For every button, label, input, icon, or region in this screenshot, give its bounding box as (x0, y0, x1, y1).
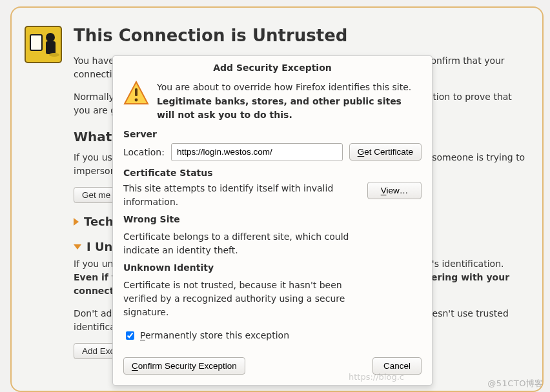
svg-rect-2 (46, 41, 56, 54)
svg-rect-3 (30, 35, 42, 50)
add-security-exception-dialog: Add Security Exception You are about to … (112, 55, 433, 386)
triangle-down-icon (74, 244, 81, 250)
certificate-status-heading: Certificate Status (123, 168, 422, 178)
svg-rect-6 (135, 88, 138, 96)
wrong-site-heading: Wrong Site (123, 213, 361, 226)
location-input[interactable] (171, 143, 343, 161)
get-certificate-button[interactable]: Get Certificate (349, 143, 422, 161)
dialog-intro-1: You are about to override how Firefox id… (157, 81, 422, 93)
unknown-identity-heading: Unknown Identity (123, 261, 361, 275)
watermark-url: https://blog.c (349, 372, 404, 382)
wrong-site-text: Certificate belongs to a different site,… (123, 230, 361, 257)
svg-point-4 (49, 53, 59, 57)
passport-officer-icon (25, 26, 62, 63)
watermark-attribution: @51CTO博客 (487, 378, 544, 389)
warning-icon (123, 81, 149, 106)
location-label: Location: (123, 147, 165, 157)
server-heading: Server (123, 129, 422, 139)
dialog-intro-2: Legitimate banks, stores, and other publ… (157, 95, 422, 121)
permanently-store-label[interactable]: Permanently store this exception (140, 330, 289, 340)
confirm-security-exception-button[interactable]: Confirm Security Exception (123, 357, 245, 375)
permanently-store-checkbox[interactable] (126, 331, 134, 340)
view-certificate-button[interactable]: View… (367, 182, 422, 199)
triangle-right-icon (74, 218, 79, 226)
cert-status-invalid: This site attempts to identify itself wi… (123, 182, 361, 209)
page-title: This Connection is Untrusted (74, 26, 527, 45)
svg-point-1 (46, 33, 55, 42)
unknown-identity-text: Certificate is not trusted, because it h… (123, 279, 361, 319)
dialog-title: Add Security Exception (113, 56, 432, 77)
svg-point-7 (135, 99, 138, 102)
